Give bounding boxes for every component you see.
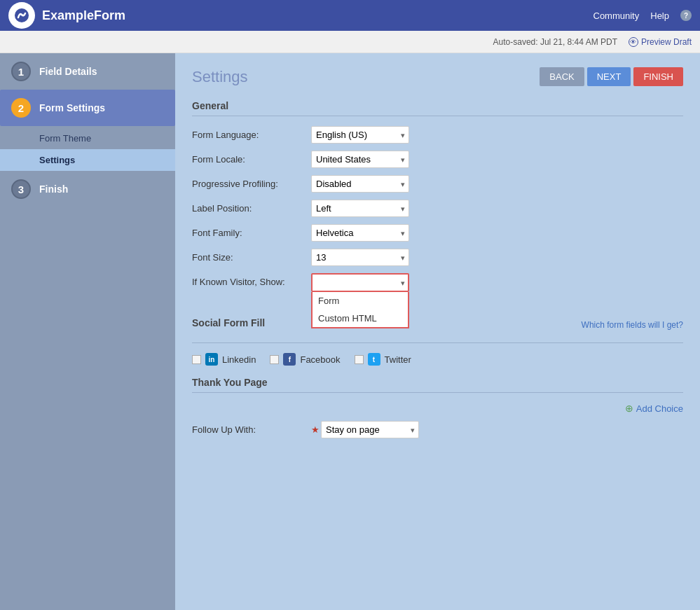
page-title: Settings: [192, 68, 248, 86]
form-locale-select[interactable]: United States: [311, 151, 409, 168]
twitter-badge: t: [368, 353, 380, 366]
general-section-title: General: [192, 100, 683, 116]
top-nav-right: Community Help ?: [593, 10, 692, 21]
facebook-checkbox[interactable]: [270, 355, 279, 364]
label-position-label: Label Position:: [192, 203, 311, 214]
social-icons-row: in Linkedin f Facebook t Twitter: [192, 353, 683, 366]
add-choice-row: ⊕ Add Choice: [192, 403, 683, 414]
font-size-wrapper: 13: [311, 249, 409, 266]
back-button[interactable]: BACK: [540, 67, 584, 86]
form-language-label: Form Language:: [192, 130, 311, 140]
sub-navigation: Auto-saved: Jul 21, 8:44 AM PDT 👁 Previe…: [0, 31, 700, 53]
form-language-select[interactable]: English (US): [311, 126, 409, 144]
next-button[interactable]: NEXT: [587, 67, 631, 86]
main-layout: 1 Field Details 2 Form Settings Form The…: [0, 53, 700, 610]
font-family-wrapper: Helvetica: [311, 224, 409, 242]
known-visitor-input[interactable]: [311, 273, 409, 292]
add-choice-icon: ⊕: [625, 403, 633, 414]
content-header: Settings BACK NEXT FINISH: [192, 67, 683, 86]
form-locale-wrapper: United States: [311, 151, 409, 168]
logo-area: ExampleForm: [8, 2, 125, 29]
top-navigation: ExampleForm Community Help ?: [0, 0, 700, 31]
step-1-number: 1: [11, 62, 31, 81]
linkedin-item: in Linkedin: [192, 353, 256, 366]
header-buttons: BACK NEXT FINISH: [540, 67, 683, 86]
facebook-item: f Facebook: [270, 353, 340, 366]
font-family-label: Font Family:: [192, 228, 311, 238]
facebook-label: Facebook: [300, 354, 340, 365]
social-divider: [192, 342, 683, 343]
social-section-title: Social Form Fill: [192, 317, 265, 333]
form-locale-label: Form Locale:: [192, 154, 311, 165]
form-language-wrapper: English (US): [311, 126, 409, 144]
sidebar-item-form-theme[interactable]: Form Theme: [0, 127, 175, 149]
label-position-select[interactable]: Left: [311, 200, 409, 217]
preview-draft-button[interactable]: 👁 Preview Draft: [629, 37, 692, 47]
known-visitor-dropdown-wrapper: ▾ Form Custom HTML: [311, 273, 409, 292]
sidebar-step-1[interactable]: 1 Field Details: [0, 53, 175, 90]
progressive-profiling-label: Progressive Profiling:: [192, 179, 311, 189]
label-position-row: Label Position: Left: [192, 200, 683, 217]
step-3-label: Finish: [39, 183, 68, 195]
linkedin-label: Linkedin: [222, 354, 256, 365]
font-size-row: Font Size: 13: [192, 249, 683, 266]
sidebar-item-settings[interactable]: Settings: [0, 149, 175, 171]
dropdown-option-form[interactable]: Form: [313, 292, 408, 310]
help-label: Help: [650, 11, 669, 21]
step-3-number: 3: [11, 179, 31, 199]
community-link[interactable]: Community: [593, 11, 640, 21]
autosaved-text: Auto-saved: Jul 21, 8:44 AM PDT: [493, 37, 617, 47]
sidebar-step-2[interactable]: 2 Form Settings: [0, 90, 175, 126]
social-section-header: Social Form Fill Which form fields will …: [192, 317, 683, 333]
required-star: ★: [311, 424, 320, 435]
which-fields-link[interactable]: Which form fields will I get?: [582, 320, 683, 330]
font-family-row: Font Family: Helvetica: [192, 224, 683, 242]
content-area: Settings BACK NEXT FINISH General Form L…: [175, 53, 700, 610]
follow-up-select[interactable]: Stay on page Redirect to URL: [321, 421, 419, 438]
preview-draft-label: Preview Draft: [641, 37, 692, 47]
twitter-item: t Twitter: [355, 353, 411, 366]
twitter-checkbox[interactable]: [355, 355, 364, 364]
facebook-badge: f: [283, 353, 296, 366]
linkedin-checkbox[interactable]: [192, 355, 201, 364]
step-2-number: 2: [11, 98, 31, 118]
label-position-wrapper: Left: [311, 200, 409, 217]
general-section: General Form Language: English (US) Form…: [192, 100, 683, 292]
dropdown-option-custom-html[interactable]: Custom HTML: [313, 310, 408, 327]
font-family-select[interactable]: Helvetica: [311, 224, 409, 242]
add-choice-button[interactable]: ⊕ Add Choice: [625, 403, 683, 414]
sidebar-step-2-container: 2 Form Settings Form Theme Settings: [0, 90, 175, 171]
preview-icon: 👁: [629, 37, 638, 47]
known-visitor-label: If Known Visitor, Show:: [192, 273, 311, 287]
progressive-profiling-select[interactable]: Disabled: [311, 175, 409, 193]
thank-you-section: Thank You Page ⊕ Add Choice Follow Up Wi…: [192, 377, 683, 438]
follow-up-label: Follow Up With:: [192, 424, 311, 435]
linkedin-badge: in: [205, 353, 218, 366]
social-section: Social Form Fill Which form fields will …: [192, 317, 683, 366]
thank-you-title: Thank You Page: [192, 377, 683, 393]
progressive-profiling-row: Progressive Profiling: Disabled: [192, 175, 683, 193]
form-locale-row: Form Locale: United States: [192, 151, 683, 168]
follow-up-wrapper: Stay on page Redirect to URL: [321, 421, 419, 438]
form-language-row: Form Language: English (US): [192, 126, 683, 144]
app-logo: [8, 2, 35, 29]
known-visitor-row: If Known Visitor, Show: ▾ Form Custom HT…: [192, 273, 683, 292]
finish-button[interactable]: FINISH: [633, 67, 683, 86]
sidebar-step-3[interactable]: 3 Finish: [0, 171, 175, 207]
sidebar-sub-items: Form Theme Settings: [0, 127, 175, 171]
help-icon[interactable]: ?: [680, 10, 692, 21]
sidebar: 1 Field Details 2 Form Settings Form The…: [0, 53, 175, 610]
known-visitor-dropdown-menu: Form Custom HTML: [311, 292, 409, 328]
font-size-label: Font Size:: [192, 252, 311, 263]
step-2-label: Form Settings: [39, 102, 105, 113]
progressive-profiling-wrapper: Disabled: [311, 175, 409, 193]
add-choice-label: Add Choice: [636, 403, 683, 414]
app-title: ExampleForm: [42, 8, 125, 23]
twitter-label: Twitter: [385, 354, 411, 365]
follow-up-row: Follow Up With: ★ Stay on page Redirect …: [192, 421, 683, 438]
font-size-select[interactable]: 13: [311, 249, 409, 266]
step-1-label: Field Details: [39, 66, 97, 77]
